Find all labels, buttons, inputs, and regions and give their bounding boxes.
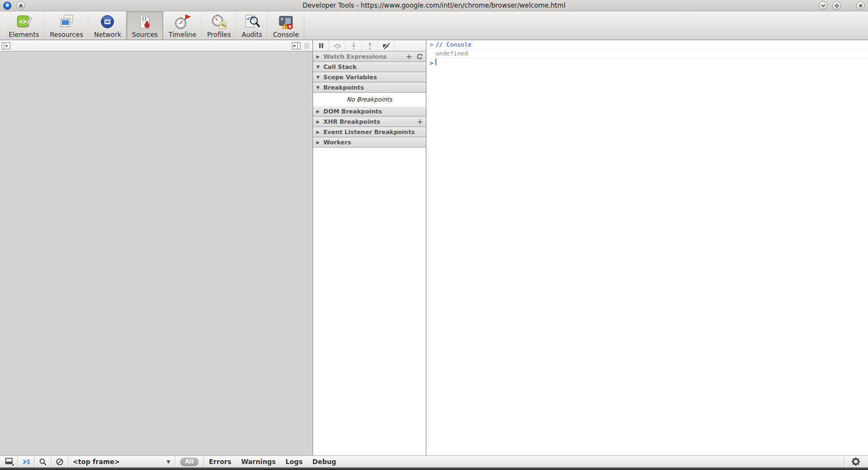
tab-resources[interactable]: Resources [44, 11, 88, 40]
tab-console[interactable]: > ! Console [267, 11, 304, 40]
separator [203, 456, 204, 467]
devtools-window: Developer Tools - https://www.google.com… [0, 0, 868, 470]
panel-toolbar: <> Elements Resources [0, 11, 868, 40]
filter-warnings[interactable]: Warnings [241, 458, 276, 466]
debugger-sidebar: Watch Expressions + Call Stack [313, 40, 426, 455]
search-button[interactable] [35, 456, 51, 467]
section-label: Event Listener Breakpoints [323, 129, 415, 136]
section-label: Breakpoints [323, 84, 364, 91]
show-debugger-sidebar-button[interactable] [292, 42, 301, 49]
add-watch-expression-button[interactable]: + [406, 53, 412, 60]
tab-profiles[interactable]: % Profiles [202, 11, 237, 40]
console-prompt-chevron-icon [428, 60, 436, 67]
step-over-button[interactable] [329, 40, 346, 51]
frame-selector-dropdown[interactable]: <top frame> ▼ [68, 456, 175, 467]
sources-icon: {} [136, 13, 154, 30]
filter-debug[interactable]: Debug [312, 458, 336, 466]
tab-label: Timeline [169, 31, 196, 39]
sidebar-section-event-listener-breakpoints[interactable]: Event Listener Breakpoints [313, 127, 426, 137]
show-navigator-icon [2, 42, 10, 49]
maximize-window-button[interactable] [832, 1, 841, 10]
frame-selector-value: <top frame> [73, 458, 120, 466]
show-sidebar-icon [292, 42, 301, 49]
text-cursor [436, 59, 436, 65]
disclosure-triangle-icon [316, 140, 323, 145]
window-bottom-edge [0, 467, 868, 470]
sidebar-section-breakpoints[interactable]: Breakpoints [313, 82, 426, 93]
disclosure-triangle-icon [316, 85, 323, 90]
resources-icon [58, 13, 75, 30]
tab-label: Elements [9, 31, 39, 39]
deactivate-breakpoints-button[interactable] [378, 40, 394, 51]
pause-icon [317, 41, 326, 50]
settings-button[interactable] [844, 456, 867, 467]
statusbar: <top frame> ▼ All Errors Warnings Logs D… [0, 455, 868, 467]
tab-label: Console [273, 31, 299, 39]
section-label: Watch Expressions [323, 53, 387, 60]
filter-all-badge[interactable]: All [180, 458, 199, 466]
close-window-button[interactable] [856, 1, 865, 10]
console-prompt[interactable] [426, 58, 868, 67]
gear-icon [851, 457, 860, 466]
source-editor-empty-area[interactable] [0, 52, 312, 455]
audits-icon: A [243, 13, 260, 30]
section-label: Call Stack [323, 63, 356, 71]
sidebar-section-dom-breakpoints[interactable]: DOM Breakpoints [313, 106, 426, 117]
tab-timeline[interactable]: Timeline [163, 11, 202, 40]
add-xhr-breakpoint-button[interactable]: + [417, 118, 423, 125]
disclosure-triangle-icon [316, 119, 323, 124]
tab-label: Profiles [207, 31, 231, 39]
console-panel-icon: > ! [277, 13, 295, 30]
tab-audits[interactable]: A Audits [236, 11, 267, 40]
debugger-toolbar [313, 40, 426, 52]
svg-text:<>: <> [19, 18, 27, 26]
section-label: Workers [323, 139, 351, 146]
console-command-entry: // Console [426, 41, 868, 49]
step-out-button[interactable] [362, 40, 378, 51]
splitter-grip[interactable] [305, 43, 309, 49]
shade-window-button[interactable] [16, 1, 25, 10]
separator [175, 456, 175, 467]
filter-errors[interactable]: Errors [209, 458, 231, 466]
svg-text:>: > [280, 17, 283, 22]
console-command-text: // Console [436, 41, 471, 48]
refresh-watch-expressions-button[interactable] [416, 53, 423, 60]
section-label: Scope Variables [323, 74, 377, 81]
clear-button[interactable] [52, 456, 68, 467]
editor-toolbar [0, 40, 312, 52]
console-result-entry: undefined [426, 49, 868, 58]
network-icon [99, 13, 116, 30]
tab-sources[interactable]: {} Sources [126, 11, 163, 40]
close-icon [857, 2, 864, 9]
disclosure-triangle-icon [316, 109, 323, 114]
svg-text:{}: {} [142, 16, 147, 21]
console-pane[interactable]: // Console undefined [426, 40, 868, 455]
pause-button[interactable] [313, 40, 329, 51]
sidebar-section-watch-expressions[interactable]: Watch Expressions + [313, 52, 426, 62]
tab-network[interactable]: Network [88, 11, 126, 40]
diamond-icon [833, 2, 840, 9]
console-toggle-icon [22, 458, 31, 466]
minimize-window-button[interactable] [819, 1, 827, 10]
tab-elements[interactable]: <> Elements [3, 11, 44, 40]
dock-side-button[interactable] [1, 456, 17, 467]
filter-logs[interactable]: Logs [285, 458, 303, 466]
chevron-down-icon [820, 2, 827, 9]
tab-label: Resources [50, 31, 83, 39]
search-icon [39, 458, 47, 466]
sidebar-section-workers[interactable]: Workers [313, 137, 426, 148]
show-navigator-button[interactable] [2, 42, 10, 49]
toggle-console-button[interactable] [18, 456, 34, 467]
step-into-button[interactable] [346, 40, 362, 51]
window-title: Developer Tools - https://www.google.com… [0, 2, 868, 9]
chevron-down-icon: ▼ [167, 459, 170, 465]
svg-text:%: % [221, 23, 226, 28]
sidebar-section-scope-variables[interactable]: Scope Variables [313, 72, 426, 82]
sidebar-section-call-stack[interactable]: Call Stack [313, 62, 426, 72]
main-content: Watch Expressions + Call Stack [0, 40, 868, 455]
sidebar-section-xhr-breakpoints[interactable]: XHR Breakpoints + [313, 117, 426, 127]
step-into-icon [349, 41, 358, 50]
profiles-icon: % [210, 13, 228, 30]
dock-icon [5, 457, 14, 466]
disclosure-triangle-icon [316, 75, 323, 80]
